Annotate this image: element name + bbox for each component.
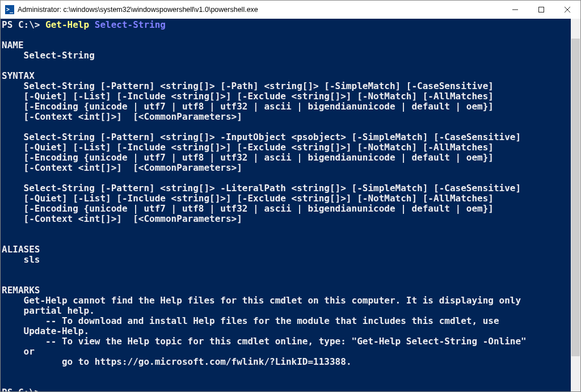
help-remarks-line: go to https://go.microsoft.com/fwlink/?L… bbox=[2, 356, 352, 367]
help-remarks-header: REMARKS bbox=[2, 285, 40, 296]
help-name-value: Select-String bbox=[2, 50, 95, 61]
vertical-scrollbar[interactable] bbox=[571, 19, 580, 391]
maximize-icon bbox=[538, 7, 544, 12]
help-aliases-header: ALIASES bbox=[2, 244, 40, 255]
powershell-icon-glyph: >_ bbox=[6, 7, 13, 12]
help-syntax-line: Select-String [-Pattern] <string[]> -Lit… bbox=[2, 183, 521, 193]
help-remarks-line: Update-Help. bbox=[2, 326, 89, 336]
help-remarks-line: Get-Help cannot find the Help files for … bbox=[2, 295, 521, 306]
help-syntax-line: [-Quiet] [-List] [-Include <string[]>] [… bbox=[2, 142, 494, 153]
titlebar[interactable]: >_ Administrator: c:\windows\system32\wi… bbox=[1, 1, 580, 19]
prompt-argument: Select-String bbox=[89, 19, 166, 30]
help-syntax-line: [-Context <int[]>] [<CommonParameters>] bbox=[2, 111, 242, 122]
powershell-window: >_ Administrator: c:\windows\system32\wi… bbox=[0, 0, 581, 392]
help-syntax-line: [-Context <int[]>] [<CommonParameters>] bbox=[2, 213, 242, 224]
help-syntax-line: [-Context <int[]>] [<CommonParameters>] bbox=[2, 162, 242, 173]
prompt-command: Get-Help bbox=[45, 19, 89, 30]
window-controls bbox=[502, 1, 580, 19]
close-icon bbox=[565, 7, 570, 12]
help-syntax-line: [-Encoding {unicode | utf7 | utf8 | utf3… bbox=[2, 203, 494, 214]
prompt-prefix: PS C:\> bbox=[2, 387, 45, 391]
prompt-prefix: PS C:\> bbox=[2, 19, 45, 30]
help-syntax-line: [-Quiet] [-List] [-Include <string[]>] [… bbox=[2, 91, 494, 102]
help-syntax-line: Select-String [-Pattern] <string[]> -Inp… bbox=[2, 132, 521, 142]
help-syntax-line: Select-String [-Pattern] <string[]> [-Pa… bbox=[2, 81, 494, 91]
maximize-button[interactable] bbox=[528, 1, 554, 19]
help-syntax-header: SYNTAX bbox=[2, 70, 35, 81]
help-remarks-line: or bbox=[2, 346, 35, 357]
minimize-button[interactable] bbox=[502, 1, 528, 19]
terminal[interactable]: PS C:\> Get-Help Select-String NAME Sele… bbox=[1, 19, 571, 391]
close-button[interactable] bbox=[554, 1, 580, 19]
help-aliases-value: sls bbox=[2, 254, 40, 265]
help-remarks-line: -- To download and install Help files fo… bbox=[2, 315, 499, 326]
minimize-icon bbox=[512, 7, 518, 12]
help-syntax-line: [-Encoding {unicode | utf7 | utf8 | utf3… bbox=[2, 152, 494, 163]
window-title: Administrator: c:\windows\system32\windo… bbox=[18, 6, 502, 14]
svg-rect-0 bbox=[539, 7, 544, 12]
help-name-header: NAME bbox=[2, 40, 24, 50]
powershell-icon: >_ bbox=[5, 5, 14, 14]
help-remarks-line: partial help. bbox=[2, 305, 95, 316]
help-remarks-line: -- To view the Help topic for this cmdle… bbox=[2, 336, 527, 347]
terminal-container: PS C:\> Get-Help Select-String NAME Sele… bbox=[1, 19, 580, 391]
help-syntax-line: [-Quiet] [-List] [-Include <string[]>] [… bbox=[2, 193, 494, 204]
scrollbar-thumb[interactable] bbox=[571, 39, 580, 356]
help-syntax-line: [-Encoding {unicode | utf7 | utf8 | utf3… bbox=[2, 101, 494, 112]
